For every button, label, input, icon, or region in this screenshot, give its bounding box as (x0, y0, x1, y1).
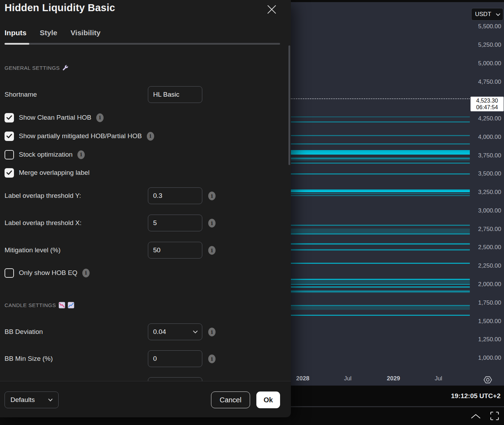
time-axis-label: 2029 (387, 375, 400, 382)
price-axis-label: 3,750.00 (478, 152, 501, 159)
dialog-footer: Defaults Cancel Ok (0, 381, 291, 417)
input-field[interactable]: 5 (148, 215, 202, 231)
checkbox-label: Only show HOB EQ (19, 269, 77, 277)
price-axis-label: 1,250.00 (478, 336, 501, 343)
info-icon[interactable]: i (208, 219, 216, 228)
liquidity-level-stripe (291, 306, 470, 310)
chart-region: 5,500.005,250.005,000.004,750.004,250.00… (291, 0, 504, 425)
info-icon[interactable]: i (96, 113, 104, 122)
input-field[interactable]: 0 (148, 350, 202, 367)
price-axis-label: 1,500.00 (478, 318, 501, 325)
currency-dropdown-label: USDT (475, 11, 491, 18)
field-label: Label overlap threshold Y: (5, 187, 81, 204)
price-axis-label: 3,250.00 (478, 189, 501, 196)
info-icon[interactable]: i (208, 355, 216, 363)
dialog-scrollbar-thumb[interactable] (288, 45, 290, 165)
close-icon[interactable] (266, 3, 278, 15)
chart-down-icon (59, 302, 65, 308)
dialog-title: Hidden Liquidity Basic (5, 2, 115, 14)
liquidity-level-stripe (291, 233, 470, 234)
timescale-settings-icon[interactable] (483, 375, 492, 385)
field-label: BB Min Size (%) (5, 350, 53, 367)
chevron-up-icon[interactable] (471, 412, 481, 420)
price-axis-label: 4,750.00 (478, 79, 501, 85)
price-axis-label: 2,750.00 (478, 226, 501, 233)
liquidity-level-stripe (291, 158, 470, 159)
price-axis-label: 4,000.00 (478, 134, 501, 141)
price-axis-label: 3,000.00 (478, 207, 501, 214)
liquidity-level-stripe (291, 121, 470, 122)
checkbox[interactable] (5, 268, 14, 278)
info-icon[interactable]: i (208, 192, 216, 200)
dialog-tabs: InputsStyleVisibility (5, 29, 100, 37)
time-axis-label: Jul (344, 375, 352, 382)
liquidity-level-stripe (291, 135, 470, 136)
price-marker-label: 4,523.30 06:47:54 (471, 97, 504, 111)
currency-dropdown[interactable]: USDT (471, 8, 503, 21)
tab-track (5, 43, 280, 45)
info-icon[interactable]: i (208, 246, 216, 255)
checkbox[interactable] (5, 113, 14, 122)
input-field[interactable]: 50 (148, 242, 202, 259)
price-axis-label: 5,000.00 (478, 60, 501, 67)
liquidity-level-stripe (291, 249, 470, 251)
liquidity-level-stripe (291, 263, 470, 264)
field-label: BB Deviation (5, 323, 43, 340)
defaults-dropdown[interactable]: Defaults (5, 392, 59, 408)
chevron-down-icon (496, 11, 500, 17)
liquidity-level-stripe (291, 280, 470, 284)
liquidity-level-stripe (291, 173, 470, 174)
checkbox-row: Show Clean Partial HOBi (5, 113, 104, 122)
tab-inputs[interactable]: Inputs (5, 29, 27, 37)
cancel-button[interactable]: Cancel (211, 392, 250, 408)
liquidity-level-stripe (291, 143, 470, 144)
info-icon[interactable]: i (147, 132, 154, 141)
section-header-label: CANDLE SETTINGS (5, 302, 56, 308)
chart-up-icon (68, 302, 74, 308)
price-axis-label: 1,000.00 (478, 355, 501, 361)
liquidity-level-stripe (291, 189, 470, 192)
status-clock[interactable]: 19:12:05 UTC+2 (451, 392, 501, 400)
input-field[interactable]: HL Basic (148, 86, 202, 103)
tab-visibility[interactable]: Visibility (70, 29, 100, 37)
liquidity-level-stripe (291, 243, 470, 245)
checkbox[interactable] (5, 168, 14, 178)
liquidity-level-stripe (291, 117, 470, 117)
ok-button[interactable]: Ok (256, 392, 280, 408)
checkbox-label: Show Clean Partial HOB (19, 114, 91, 121)
info-icon[interactable]: i (82, 269, 90, 277)
checkbox-row: Only show HOB EQi (5, 268, 90, 278)
chevron-down-icon (193, 330, 198, 334)
price-marker-time: 06:47:54 (476, 104, 498, 111)
select-field[interactable]: 0.04 (148, 323, 202, 340)
info-icon[interactable]: i (208, 328, 216, 336)
checkbox[interactable] (5, 150, 14, 159)
input-field[interactable]: 0.3 (148, 187, 202, 204)
field-value: 50 (153, 246, 160, 254)
checkbox-row: Merge overlapping label (5, 168, 90, 178)
fullscreen-icon[interactable] (489, 411, 500, 421)
price-axis-label: 5,500.00 (478, 23, 501, 30)
price-axis-label: 3,500.00 (478, 170, 501, 177)
chart-plot-area: 5,500.005,250.005,000.004,750.004,250.00… (291, 2, 504, 386)
liquidity-level-stripe (291, 163, 470, 164)
checkbox-row: Show partially mitigated HOB/Partial HOB… (5, 131, 154, 141)
chevron-down-icon (48, 397, 53, 403)
price-marker-price: 4,523.30 (476, 97, 498, 104)
field-label: Mitigation level (%) (5, 242, 61, 259)
liquidity-level-stripe (291, 286, 470, 288)
tab-style[interactable]: Style (40, 29, 57, 37)
wrench-icon (62, 65, 68, 71)
liquidity-level-stripe (291, 292, 470, 293)
liquidity-level-stripe (291, 229, 470, 234)
field-label: Label overlap threshold X: (5, 215, 82, 231)
time-axis-label: Jul (435, 375, 442, 382)
checkbox-label: Merge overlapping label (19, 169, 90, 177)
liquidity-level-stripe (291, 195, 470, 196)
checkbox[interactable] (5, 132, 14, 141)
liquidity-level-stripe (291, 150, 470, 155)
info-icon[interactable]: i (77, 150, 85, 159)
price-axis-label: 4,250.00 (478, 115, 501, 122)
current-price-dotted-line (291, 98, 471, 99)
liquidity-level-stripe (291, 225, 470, 226)
